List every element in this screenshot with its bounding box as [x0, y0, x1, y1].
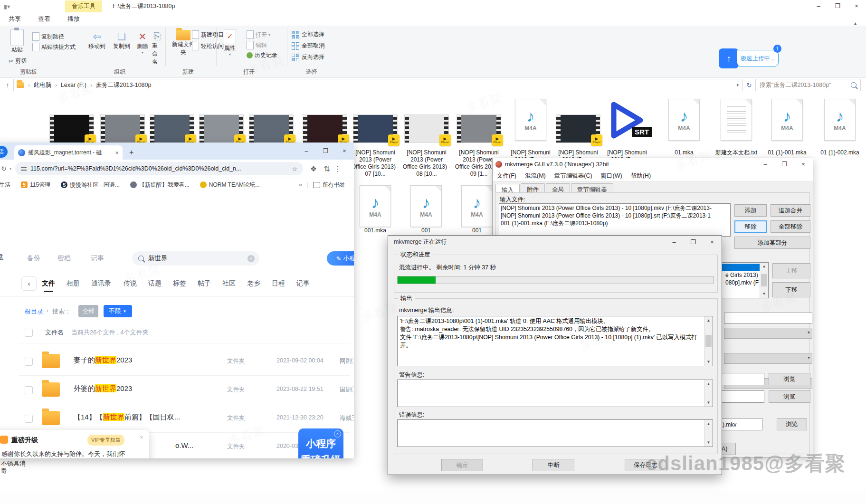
mini-program-ad[interactable]: × 小程序 重磅升级 立即体验: [298, 428, 343, 458]
copy-to-button[interactable]: ❏ 复制到: [110, 29, 133, 52]
nav-tab-files[interactable]: 文件: [42, 279, 55, 288]
nav-tab-notes[interactable]: 记事: [296, 279, 310, 288]
nav-tab-community[interactable]: 社区: [222, 279, 236, 288]
breadcrumb[interactable]: › 此电脑› Lexar (F:)› 庶务二课2013-1080p ▾: [13, 79, 743, 91]
track-name-field[interactable]: [724, 313, 812, 323]
select-none-button[interactable]: 全部取消: [292, 42, 324, 50]
browse-button[interactable]: 浏览: [769, 373, 810, 385]
browser-tab[interactable]: 捕风追影_magnet,torrent - 磁 ×: [14, 145, 123, 160]
new-tab-icon[interactable]: +: [129, 145, 133, 160]
maximize-icon[interactable]: ❐: [316, 145, 335, 157]
log-scrollbar[interactable]: ▲▼: [704, 316, 713, 366]
minimize-icon[interactable]: –: [756, 158, 775, 171]
close-icon[interactable]: ×: [794, 158, 813, 171]
nav-tab-schedule[interactable]: 日程: [272, 279, 285, 288]
bookmark-item[interactable]: 5115管理: [21, 181, 50, 189]
errors-box[interactable]: ▲▼: [397, 419, 713, 447]
explorer-titlebar[interactable]: ▮▾ 音乐工具 F:\庶务二课2013-1080p – ❐ ×: [0, 0, 866, 12]
filter-chip-unlimited[interactable]: 不限▼: [104, 305, 132, 317]
tracks-scrollbar[interactable]: ▲▼: [760, 263, 768, 298]
bookmark-item[interactable]: 【新提醒】我爱看...: [130, 181, 190, 189]
tags-field[interactable]: [721, 373, 764, 385]
clear-search-icon[interactable]: ×: [247, 255, 255, 262]
tab-share[interactable]: 共享: [0, 12, 29, 26]
ad-close-icon[interactable]: ×: [334, 430, 341, 437]
tab-backup[interactable]: 备份: [27, 254, 40, 263]
bookmark-item[interactable]: NORM TEAM论坛...: [200, 181, 260, 189]
maximize-icon[interactable]: ❐: [684, 236, 703, 248]
bookmark-item[interactable]: S慢慢游社区 - 国语...: [61, 181, 120, 189]
history-button[interactable]: 历史记录: [247, 51, 277, 59]
tab-view[interactable]: 查看: [29, 12, 59, 26]
select-all-button[interactable]: 全部选择: [292, 30, 324, 38]
upload-status-chip[interactable]: ↑ 极速上传中... 1: [719, 48, 779, 68]
breadcrumb-drive[interactable]: Lexar (F:): [61, 82, 86, 88]
open-button[interactable]: 打开▾: [247, 30, 270, 39]
filter-chip-all[interactable]: 全部: [78, 305, 98, 317]
toolbar-dropdown-icon[interactable]: ▾: [10, 167, 11, 171]
reload-icon[interactable]: ↻: [1, 165, 7, 172]
browse-button[interactable]: 浏览: [769, 390, 810, 403]
nav-tab-albums[interactable]: 相册: [67, 279, 80, 288]
output-log[interactable]: 'F:\庶务二课2013-1080p\001 (1)-001.mka' 轨道 0…: [397, 316, 713, 366]
dialog-titlebar[interactable]: mkvmerge 正在运行 – ❐ ×: [388, 236, 722, 248]
nav-tab-posts[interactable]: 帖子: [198, 279, 211, 288]
close-icon[interactable]: ×: [335, 145, 354, 157]
site-settings-icon[interactable]: [21, 167, 27, 171]
properties-button[interactable]: ✓ 属性 ▾: [221, 27, 239, 58]
timecodes-field[interactable]: [721, 390, 764, 403]
mini-program-button[interactable]: ✎小程: [327, 251, 354, 266]
minimize-icon[interactable]: –: [665, 236, 684, 248]
cut-button[interactable]: ✂剪切: [9, 57, 27, 65]
tab-group-chip[interactable]: 活: [0, 146, 8, 158]
delete-button[interactable]: ✕ 删除 ▾: [134, 29, 151, 57]
tab-close-icon[interactable]: ×: [115, 149, 119, 156]
address-dropdown-icon[interactable]: ▾: [736, 83, 739, 87]
nav-tab-tags[interactable]: 标签: [173, 279, 186, 288]
additional-parts-button[interactable]: 添加某部分: [734, 237, 810, 249]
mkvmerge-titlebar[interactable]: mkvmerge GUI v7.3.0 ('Nouages') 32bit – …: [493, 158, 813, 171]
breadcrumb-folder[interactable]: 庶务二课2013-1080p: [96, 81, 152, 89]
desktop-icon-label[interactable]: 不锈具消毒: [1, 460, 29, 475]
nav-tab-contacts[interactable]: 通讯录: [91, 279, 111, 288]
input-files-list[interactable]: [NOP] Shomuni 2013 (Power Office Girls 2…: [499, 203, 731, 237]
errors-scrollbar[interactable]: ▲▼: [704, 420, 713, 447]
delete-dropdown-icon[interactable]: ▾: [142, 50, 143, 55]
input-file-row[interactable]: [NOP] Shomuni 2013 (Power Office Girls 2…: [501, 212, 729, 219]
warnings-scrollbar[interactable]: ▲▼: [704, 380, 713, 407]
info-icon[interactable]: [352, 386, 354, 393]
search-input[interactable]: 搜索"庶务二课2013-1080p": [755, 79, 861, 91]
row-checkbox[interactable]: [25, 386, 33, 394]
select-all-checkbox[interactable]: [25, 329, 33, 337]
file-item[interactable]: ♪M4A01 (1)-002.mka: [815, 96, 865, 181]
all-bookmarks-button[interactable]: 所有书签: [313, 181, 345, 189]
dropdown-field[interactable]: ▾: [724, 328, 812, 339]
move-down-button[interactable]: 下移: [772, 282, 810, 297]
tab-notes[interactable]: 记事: [91, 254, 104, 263]
copy-path-button[interactable]: 复制路径: [32, 32, 64, 41]
cloud-search-input[interactable]: 新世界 ×: [132, 251, 259, 266]
qat-icon[interactable]: ▮▾: [0, 3, 14, 10]
remove-button[interactable]: 移除: [734, 220, 767, 233]
bookmark-star-icon[interactable]: ☆: [292, 165, 297, 172]
sort-arrows-icon[interactable]: ⇅: [324, 164, 330, 173]
append-button[interactable]: 追加合并: [771, 204, 810, 217]
nav-tab-topics[interactable]: 话题: [148, 279, 162, 288]
menu-file[interactable]: 文件(F): [493, 172, 521, 180]
menu-help[interactable]: 帮助(H): [627, 172, 655, 180]
abort-button[interactable]: 中断: [533, 459, 574, 471]
minimize-icon[interactable]: –: [809, 0, 828, 12]
close-icon[interactable]: ×: [703, 236, 722, 248]
paste-button[interactable]: 粘贴: [8, 27, 27, 56]
add-button[interactable]: 添加: [734, 204, 767, 217]
tab-play[interactable]: 播放: [59, 12, 88, 26]
minimize-icon[interactable]: –: [297, 145, 316, 157]
file-row[interactable]: 妻子的新世界2023 文件夹2023-09-02 00:04网剧: [0, 348, 354, 375]
menu-muxing[interactable]: 混流(M): [521, 172, 550, 180]
header-filename[interactable]: 文件名: [45, 328, 64, 337]
maximize-icon[interactable]: ❐: [775, 158, 794, 171]
breadcrumb-this-pc[interactable]: 此电脑: [34, 81, 52, 89]
row-checkbox[interactable]: [25, 358, 33, 366]
output-browse-button[interactable]: 浏览: [777, 418, 807, 430]
up-arrow-icon[interactable]: ↑: [2, 81, 13, 89]
